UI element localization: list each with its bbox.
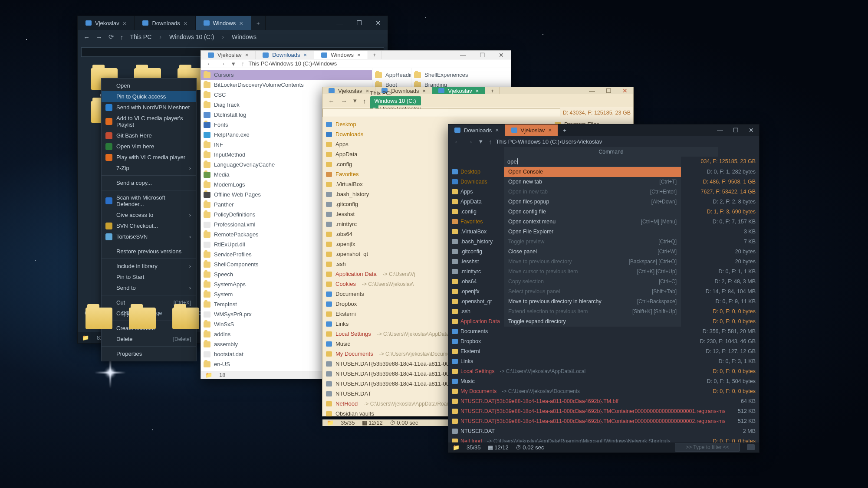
history-icon[interactable]: ▾: [230, 60, 237, 68]
crumb-segment[interactable]: Windows 10 (C:): [270, 60, 312, 67]
new-tab-button[interactable]: +: [558, 124, 572, 136]
menu-item[interactable]: Open Vim here: [102, 141, 196, 152]
breadcrumb[interactable]: This PC›Windows 10 (C:)›Windows: [249, 60, 337, 67]
command-item[interactable]: Open context menu[Ctrl+M] [Menu]: [504, 217, 681, 227]
tab-downloads[interactable]: Downloads×: [448, 124, 505, 136]
close-tab-icon[interactable]: ×: [239, 20, 243, 27]
file-row[interactable]: ShellExperiences: [411, 70, 511, 80]
tab-vjekoslav[interactable]: Vjekoslav×: [322, 87, 375, 94]
file-row[interactable]: .config: [448, 207, 504, 217]
close-tab-icon[interactable]: ×: [184, 20, 187, 27]
file-row[interactable]: .openshot_qt: [448, 297, 504, 307]
maximize-icon[interactable]: ☐: [473, 51, 492, 59]
new-tab-button[interactable]: +: [485, 87, 500, 94]
command-item[interactable]: Extend selection to previous item[Shift+…: [504, 307, 681, 317]
file-row[interactable]: MusicD: 0, F: 1, 504 bytes: [448, 377, 759, 386]
command-item[interactable]: Copy selection[Ctrl+C]: [504, 277, 681, 287]
tab-vjekoslav[interactable]: Vjekoslav×: [505, 124, 558, 136]
close-tab-icon[interactable]: ×: [304, 52, 307, 58]
minimize-icon[interactable]: —: [454, 51, 473, 59]
close-icon[interactable]: ✕: [492, 51, 511, 59]
crumb-segment[interactable]: Windows 10 (C:): [518, 138, 559, 145]
file-row[interactable]: LinksD: 0, F: 3, 1 KB: [448, 357, 759, 367]
history-icon[interactable]: ▾: [351, 97, 359, 105]
menu-item[interactable]: Open: [102, 80, 196, 91]
menu-item[interactable]: 7-Zip›: [102, 163, 196, 174]
file-row[interactable]: AppData: [448, 197, 504, 207]
close-tab-icon[interactable]: ×: [366, 88, 369, 94]
file-row[interactable]: NTUSER.DAT{53b39e88-18c4-11ea-a811-000d3…: [448, 396, 759, 406]
up-icon[interactable]: ↑: [487, 138, 494, 145]
menu-item[interactable]: Send to›: [102, 282, 196, 293]
crumb-segment[interactable]: Viekoslav: [578, 138, 602, 145]
filter-input[interactable]: >> Type to filter <<: [675, 443, 740, 452]
history-icon[interactable]: ▾: [477, 138, 485, 145]
maximize-icon[interactable]: ☐: [600, 87, 617, 94]
menu-item[interactable]: Properties: [102, 348, 196, 359]
back-icon[interactable]: ←: [326, 97, 337, 105]
file-row[interactable]: NTUSER.DAT{53b39e88-18c4-11ea-a811-000d3…: [448, 416, 759, 426]
menu-item[interactable]: Pin to Quick access: [102, 91, 196, 102]
command-item[interactable]: Toggle expand directory: [504, 317, 681, 327]
minimize-icon[interactable]: —: [330, 16, 349, 30]
menu-item[interactable]: SVN Checkout...: [102, 220, 196, 231]
close-icon[interactable]: ✕: [617, 87, 633, 94]
up-icon[interactable]: ↑: [361, 97, 368, 105]
command-item[interactable]: Select previous panel[Shift+Tab]: [504, 287, 681, 297]
address-input[interactable]: [322, 108, 560, 117]
file-row[interactable]: Apps: [448, 187, 504, 197]
menu-item[interactable]: Send with NordVPN Meshnet: [102, 102, 196, 113]
command-item[interactable]: Open files popup[Alt+Down]: [504, 197, 681, 207]
file-row[interactable]: AppReadiness: [372, 70, 411, 80]
menu-item[interactable]: Git Bash Here: [102, 130, 196, 141]
file-row[interactable]: DocumentsD: 356, F: 581, 20 MB: [448, 327, 759, 337]
close-tab-icon[interactable]: ×: [495, 127, 499, 134]
command-item[interactable]: Open config file: [504, 207, 681, 217]
command-item[interactable]: Move to previous directory[Backspace] [C…: [504, 257, 681, 267]
menu-item[interactable]: Add to VLC media player's Playlist: [102, 113, 196, 130]
command-item[interactable]: Move to previous directory in hierarchy[…: [504, 297, 681, 307]
file-row[interactable]: NetHood-> C:\Users\Vjekoslav\AppData\Roa…: [448, 436, 759, 442]
tab-vjekoslav[interactable]: Vjekoslav×: [432, 87, 485, 94]
file-row[interactable]: Desktop: [448, 167, 504, 177]
up-icon[interactable]: ↑: [239, 60, 247, 67]
breadcrumb[interactable]: This PC›Windows 10 (C:)›Users›Viekoslav: [496, 138, 602, 145]
back-icon[interactable]: ←: [452, 138, 463, 145]
file-row[interactable]: Application Data: [448, 317, 504, 327]
close-tab-icon[interactable]: ×: [123, 20, 127, 27]
tab-windows[interactable]: Windows×: [314, 51, 368, 59]
file-row[interactable]: Cursors: [201, 70, 372, 80]
command-item[interactable]: Move cursor to previous item[Ctrl+K] [Ct…: [504, 267, 681, 277]
file-row[interactable]: .lesshst: [448, 257, 504, 267]
refresh-icon[interactable]: ⟳: [106, 33, 116, 41]
up-icon[interactable]: ↑: [118, 33, 126, 41]
command-item[interactable]: Toggle preview[Ctrl+Q]: [504, 237, 681, 247]
menu-item[interactable]: Play with VLC media player: [102, 152, 196, 163]
file-row[interactable]: .ssh: [448, 307, 504, 317]
file-row[interactable]: Local Settings-> C:\Users\Vjekoslav\AppD…: [448, 367, 759, 377]
close-icon[interactable]: ✕: [743, 124, 759, 136]
tab-downloads[interactable]: Downloads×: [256, 51, 314, 59]
file-row[interactable]: .gitconfig: [448, 247, 504, 257]
close-tab-icon[interactable]: ×: [476, 88, 479, 94]
close-tab-icon[interactable]: ×: [357, 52, 361, 58]
menu-item[interactable]: Send a copy...: [102, 177, 196, 188]
menu-item[interactable]: Give access to›: [102, 210, 196, 220]
command-item[interactable]: Close panel[Ctrl+W]: [504, 247, 681, 257]
command-item[interactable]: Open in new tab[Ctrl+Enter]: [504, 187, 681, 197]
menu-item[interactable]: TortoiseSVN›: [102, 231, 196, 242]
crumb-segment[interactable]: This PC: [128, 33, 155, 41]
back-icon[interactable]: ←: [204, 60, 215, 67]
file-row[interactable]: EksterniD: 12, F: 127, 12 GB: [448, 347, 759, 357]
file-row[interactable]: Downloads: [448, 177, 504, 187]
crumb-segment[interactable]: This PC: [249, 60, 269, 67]
file-row[interactable]: .obs64: [448, 277, 504, 287]
file-row[interactable]: DropboxD: 230, F: 1043, 46 GB: [448, 337, 759, 347]
close-tab-icon[interactable]: ×: [548, 127, 552, 134]
back-icon[interactable]: ←: [81, 33, 92, 41]
maximize-icon[interactable]: ☐: [728, 124, 743, 136]
tab-windows[interactable]: Windows×: [196, 16, 252, 30]
forward-icon[interactable]: →: [464, 138, 475, 145]
command-item[interactable]: Open new tab[Ctrl+T]: [504, 177, 681, 187]
crumb-segment[interactable]: This PC: [496, 138, 516, 145]
